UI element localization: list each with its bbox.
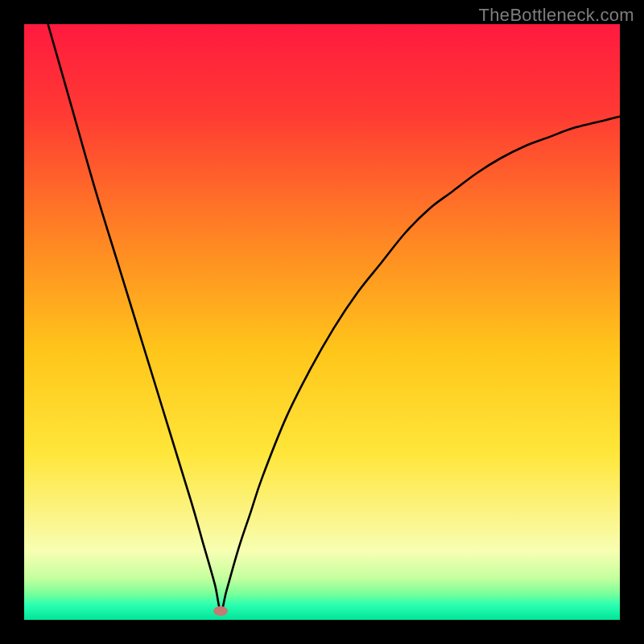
plot-area xyxy=(24,24,620,620)
optimum-marker xyxy=(213,606,228,616)
watermark-text: TheBottleneck.com xyxy=(479,5,634,26)
bottleneck-curve xyxy=(24,24,620,620)
chart-frame: TheBottleneck.com xyxy=(0,0,644,644)
